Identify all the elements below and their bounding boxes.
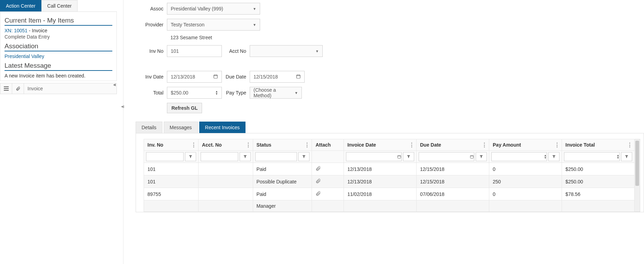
tab-recent-invoices[interactable]: Recent Invoices [199,122,246,133]
provider-value: Testy Testerson [171,22,204,27]
filter-icon[interactable] [548,152,560,161]
provider-address: 123 Sesame Street [170,35,644,40]
heading-current-item: Current Item - My Items [5,15,112,26]
filter-total-input[interactable]: ▲▼ [564,152,620,161]
col-acctno-label: Acct. No [202,142,222,148]
heading-association: Association [5,40,112,51]
paperclip-icon[interactable] [12,83,24,94]
cell-attach[interactable] [312,188,344,200]
filter-icon[interactable] [240,152,251,161]
refresh-gl-button[interactable]: Refresh GL [167,103,202,113]
filter-icon[interactable] [403,152,414,161]
filter-acctno-input[interactable] [201,152,238,161]
column-menu-icon[interactable]: ⋮ [482,142,487,148]
collapse-caret-icon[interactable]: ◀ [113,83,118,88]
col-invoicetotal[interactable]: Invoice Total⋮ [562,139,635,151]
filter-duedate-input[interactable] [419,152,474,161]
col-invdate[interactable]: Invoice Date⋮ [344,139,416,151]
cell-acctno [198,200,253,212]
toolbar-label: Invoice [24,86,116,91]
column-menu-icon[interactable]: ⋮ [554,142,560,148]
col-duedate[interactable]: Due Date⋮ [416,139,489,151]
table-scrollbar[interactable] [635,139,640,212]
assoc-select[interactable]: Presidential Valley (999) ▼ [167,3,260,15]
column-menu-icon[interactable]: ⋮ [191,142,196,148]
tab-action-center[interactable]: Action Center [0,0,41,11]
column-menu-icon[interactable]: ⋮ [409,142,414,148]
col-status-label: Status [257,142,272,148]
spinner-icon: ▲▼ [617,154,619,159]
col-invno-label: Inv. No [147,142,163,148]
heading-latest-message: Latest Message [5,60,112,71]
filter-icon[interactable] [476,152,487,161]
filter-pay-input[interactable]: ▲▼ [491,152,547,161]
tab-details[interactable]: Details [136,122,162,133]
paytype-select[interactable]: (Choose a Method) ▼ [250,87,302,99]
calendar-icon [213,74,218,80]
invdate-value: 12/13/2018 [171,74,195,80]
filter-icon[interactable] [298,152,309,161]
cell-invno [144,200,199,212]
provider-select[interactable]: Testy Testerson ▼ [167,19,260,31]
cell-invdate: 12/13/2018 [344,163,416,175]
col-attach[interactable]: Attach [312,139,344,151]
duedate-input[interactable]: 12/15/2018 [250,71,305,83]
cell-invoicetotal: $250.00 [562,163,635,175]
hamburger-icon[interactable] [0,83,12,94]
invdate-input[interactable]: 12/13/2018 [167,71,222,83]
cell-invoicetotal: $78.56 [562,188,635,200]
filter-icon[interactable] [621,152,632,161]
chevron-down-icon: ▼ [315,49,319,53]
tab-messages[interactable]: Messages [164,122,198,133]
assoc-value: Presidential Valley (999) [171,6,223,11]
label-paytype: Pay Type [222,90,250,96]
cell-attach[interactable] [312,175,344,188]
table-row[interactable]: 101Possible Duplicate12/13/201812/15/201… [144,175,635,188]
cell-invdate [344,200,416,212]
svg-rect-1 [297,75,300,78]
cell-payamount: 0 [489,188,562,200]
col-payamount[interactable]: Pay Amount⋮ [489,139,562,151]
col-invno[interactable]: Inv. No⋮ [144,139,199,151]
col-duedate-label: Due Date [420,142,441,148]
col-attach-label: Attach [315,142,331,148]
association-link[interactable]: Presidential Valley [5,53,44,59]
column-menu-icon[interactable]: ⋮ [245,142,251,148]
cell-invdate: 11/02/2018 [344,188,416,200]
duedate-value: 12/15/2018 [253,74,278,80]
table-row[interactable]: Manager [144,200,635,212]
cell-payamount: 0 [489,163,562,175]
col-status[interactable]: Status⋮ [253,139,312,151]
paytype-value: (Choose a Method) [253,87,295,98]
table-row[interactable]: 101Paid12/13/201812/15/20180$250.00 [144,163,635,175]
recent-invoices-table: Inv. No⋮ Acct. No⋮ Status⋮ Attach Invoic… [144,139,635,212]
column-menu-icon[interactable]: ⋮ [627,142,632,148]
filter-status-input[interactable] [255,152,297,161]
total-input[interactable]: $250.00 ▲▼ [167,87,222,99]
column-menu-icon[interactable]: ⋮ [304,142,309,148]
status-line: Complete Data Entry [5,34,112,40]
cell-status: Possible Duplicate [253,175,312,188]
filter-invdate-input[interactable] [346,152,402,161]
col-invoicetotal-label: Invoice Total [565,142,595,148]
tab-call-center[interactable]: Call Center [41,0,78,11]
cell-invoicetotal: $250.00 [562,175,635,188]
filter-icon[interactable] [185,152,196,161]
cell-attach[interactable] [312,163,344,175]
gutter-caret-icon[interactable]: ◀ [121,104,124,109]
xn-link[interactable]: XN: 10051 [5,28,27,33]
cell-invoicetotal [562,200,635,212]
col-payamount-label: Pay Amount [493,142,521,148]
acctno-select[interactable]: ▼ [250,45,323,57]
col-acctno[interactable]: Acct. No⋮ [198,139,253,151]
table-row[interactable]: 89755Paid11/02/201807/06/20180$78.56 [144,188,635,200]
cell-duedate: 07/06/2018 [416,188,489,200]
col-invdate-label: Invoice Date [347,142,376,148]
cell-acctno [198,163,253,175]
spinner-icon[interactable]: ▲▼ [215,90,218,95]
label-provider: Provider [136,22,167,27]
cell-acctno [198,188,253,200]
invno-value: 101 [171,48,179,54]
invno-input[interactable]: 101 [167,45,222,57]
filter-invno-input[interactable] [146,152,184,161]
